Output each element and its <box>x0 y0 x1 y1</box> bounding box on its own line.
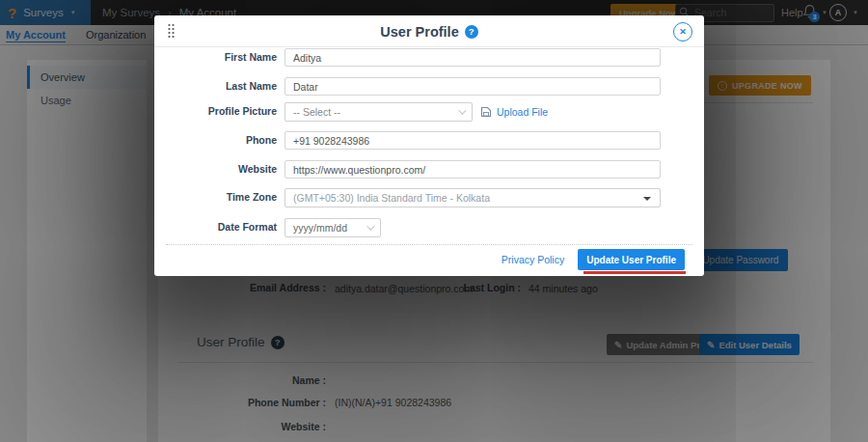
update-user-profile-button[interactable]: Update User Profile <box>578 249 685 270</box>
profile-picture-select-value: -- Select -- <box>293 106 340 118</box>
website-field[interactable] <box>285 160 661 179</box>
date-format-label: Date Format <box>154 218 277 236</box>
caret-down-icon <box>643 197 651 201</box>
last-name-label: Last Name <box>154 77 277 96</box>
time-zone-select-value: (GMT+05:30) India Standard Time - Kolkat… <box>293 192 490 204</box>
user-profile-modal: User Profile ? ✕ First Name Last Name Pr… <box>154 15 704 276</box>
file-icon <box>480 106 492 118</box>
help-question-icon[interactable]: ? <box>465 25 478 39</box>
upload-file-link[interactable]: Upload File <box>480 102 548 122</box>
privacy-policy-link[interactable]: Privacy Policy <box>502 254 564 265</box>
chevron-down-icon <box>366 222 374 230</box>
modal-header: User Profile ? ✕ <box>154 15 704 47</box>
time-zone-select[interactable]: (GMT+05:30) India Standard Time - Kolkat… <box>285 188 661 207</box>
chevron-down-icon <box>458 106 466 114</box>
last-name-field[interactable] <box>285 77 661 96</box>
date-format-select-value: yyyy/mm/dd <box>293 222 347 234</box>
upload-file-label: Upload File <box>497 106 548 118</box>
modal-title-text: User Profile <box>380 24 458 40</box>
date-format-select[interactable]: yyyy/mm/dd <box>285 218 381 237</box>
first-name-label: First Name <box>154 48 277 67</box>
profile-picture-label: Profile Picture <box>154 102 277 121</box>
modal-footer: Privacy Policy Update User Profile <box>502 249 685 270</box>
phone-field[interactable] <box>285 131 661 150</box>
close-icon[interactable]: ✕ <box>673 22 692 41</box>
website-label: Website <box>154 160 277 179</box>
modal-title: User Profile ? <box>154 15 704 47</box>
profile-picture-select[interactable]: -- Select -- <box>285 102 473 122</box>
first-name-field[interactable] <box>285 48 661 67</box>
phone-label: Phone <box>154 131 277 150</box>
red-annotation-underline <box>583 271 686 274</box>
divider <box>166 244 692 245</box>
time-zone-label: Time Zone <box>154 188 277 207</box>
